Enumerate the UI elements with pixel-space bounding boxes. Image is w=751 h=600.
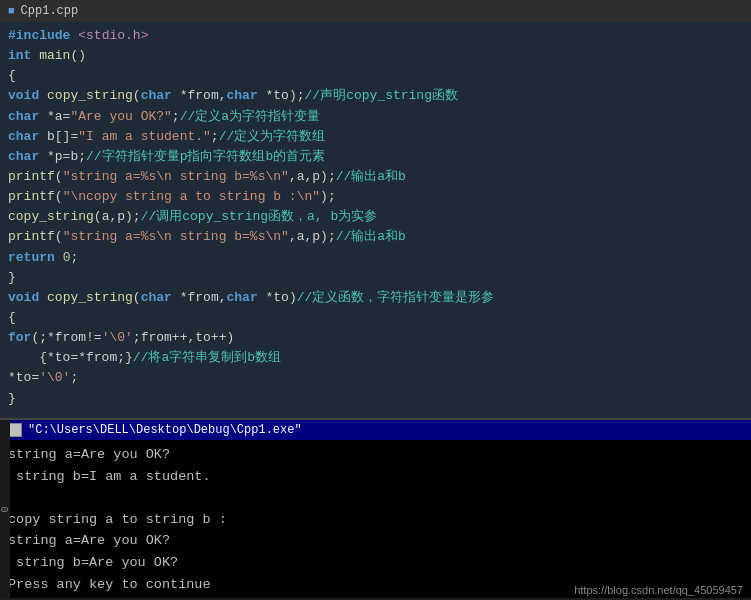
code-content: #include <stdio.h> int main() { void cop… [0,22,751,413]
editor-titlebar: ■ Cpp1.cpp [0,0,751,22]
console-wrapper: "C:\Users\DELL\Desktop\Debug\Cpp1.exe" s… [0,420,751,598]
console-titlebar: "C:\Users\DELL\Desktop\Debug\Cpp1.exe" [0,420,751,440]
console-footer-url: https://blog.csdn.net/qq_45059457 [574,584,743,596]
file-icon: ■ [8,5,15,17]
left-bar-number: 0 [0,506,10,512]
left-bar: 0 [0,420,10,598]
console-title: "C:\Users\DELL\Desktop\Debug\Cpp1.exe" [28,423,302,437]
console: "C:\Users\DELL\Desktop\Debug\Cpp1.exe" s… [0,420,751,598]
code-editor: ■ Cpp1.cpp #include <stdio.h> int main()… [0,0,751,420]
console-icon [8,423,22,437]
console-output: string a=Are you OK? string b=I am a stu… [0,440,751,598]
editor-tab[interactable]: Cpp1.cpp [21,4,79,18]
